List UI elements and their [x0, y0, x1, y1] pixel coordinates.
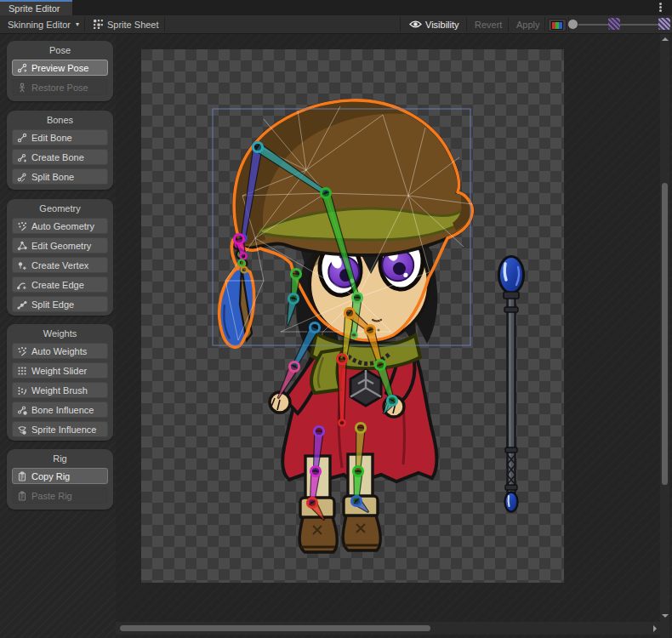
- auto-weights-icon: [17, 346, 27, 356]
- hat-brim-bone-joint[interactable]: [253, 142, 262, 151]
- scroll-right-arrow[interactable]: [653, 625, 657, 632]
- foot-r-bone-joint[interactable]: [351, 496, 361, 505]
- head-bone-joint[interactable]: [321, 188, 330, 197]
- apply-button[interactable]: Apply: [510, 15, 546, 33]
- thigh-l-bone-joint[interactable]: [314, 426, 323, 436]
- mesh-opacity-icon[interactable]: [658, 18, 670, 30]
- split-edge-button[interactable]: Split Edge: [12, 296, 108, 312]
- edit-geometry-button[interactable]: Edit Geometry: [12, 237, 108, 253]
- ear-bone-upper-joint[interactable]: [291, 269, 300, 278]
- neck-bone-end-joint[interactable]: [350, 332, 356, 338]
- tip-ornament-bone-end-joint[interactable]: [240, 253, 246, 259]
- weight-brush-button[interactable]: Weight Brush: [12, 382, 108, 398]
- auto-weights-button[interactable]: Auto Weights: [12, 343, 108, 359]
- spine-bone-end-joint[interactable]: [339, 419, 345, 425]
- copy-rig-icon: [17, 471, 27, 481]
- shoulder-r-bone-joint[interactable]: [345, 308, 354, 317]
- vertical-scroll-thumb[interactable]: [662, 183, 668, 485]
- rgb-icon: [551, 21, 563, 30]
- bone-color-swatch[interactable]: [548, 19, 567, 31]
- sprite-editor-window: Sprite Editor Skinning Editor ▾ Sprite S…: [0, 0, 672, 638]
- eye-icon: [409, 20, 422, 29]
- shin-r-bone-joint[interactable]: [353, 466, 362, 476]
- shoulder-l-bone-joint[interactable]: [310, 322, 319, 332]
- sprite-sheet-icon: [93, 19, 104, 30]
- create-vertex-icon: [17, 260, 27, 271]
- opacity-slider-knob[interactable]: [567, 19, 578, 30]
- weight-slider-button[interactable]: Weight Slider: [12, 362, 108, 379]
- weights-group-title: Weights: [7, 324, 113, 343]
- rig-group: Rig Copy Rig Paste Rig: [7, 449, 113, 510]
- split-bone-icon: [17, 172, 27, 182]
- toolbar-separator: [508, 17, 509, 31]
- sprite-sheet-button[interactable]: Sprite Sheet: [87, 15, 165, 33]
- skinning-editor-dropdown[interactable]: Skinning Editor ▾: [2, 15, 85, 33]
- bone-joint[interactable]: [242, 267, 248, 273]
- vertical-scrollbar[interactable]: [660, 34, 669, 638]
- spine-bone-joint[interactable]: [337, 354, 346, 363]
- canvas-viewport[interactable]: [116, 34, 672, 638]
- preview-pose-button[interactable]: Preview Pose: [12, 60, 108, 76]
- edit-bone-button[interactable]: Edit Bone: [12, 129, 108, 145]
- revert-button[interactable]: Revert: [469, 15, 508, 33]
- preview-pose-icon: [17, 63, 27, 73]
- tab-bar: Sprite Editor: [0, 0, 672, 15]
- horizontal-scroll-thumb[interactable]: [120, 625, 430, 631]
- toolbar-separator: [466, 17, 467, 31]
- split-edge-icon: [17, 299, 27, 310]
- foot-l-bone-joint[interactable]: [307, 498, 316, 507]
- bone-influence-button[interactable]: Bone Influence: [12, 402, 108, 418]
- chevron-down-icon: ▾: [76, 20, 79, 28]
- sprite-canvas[interactable]: [141, 49, 564, 583]
- edit-bone-icon: [17, 133, 27, 143]
- bones-group-title: Bones: [7, 111, 113, 129]
- tab-sprite-editor[interactable]: Sprite Editor: [0, 0, 72, 15]
- ear-bone-lower-joint[interactable]: [288, 293, 298, 303]
- upper-arm-r-bone-joint[interactable]: [365, 325, 374, 334]
- neck-bone-joint[interactable]: [352, 293, 362, 302]
- bones-group: Bones Edit Bone Create Bone Split Bone: [7, 111, 113, 190]
- thigh-r-bone-joint[interactable]: [356, 423, 365, 432]
- toolbar-separator: [84, 17, 85, 31]
- hand-r-bone-joint[interactable]: [387, 396, 396, 405]
- tip-ornament-bone-joint[interactable]: [234, 234, 243, 243]
- weights-group: Weights Auto Weights Weight Slider Weigh…: [7, 324, 113, 441]
- weight-slider-icon: [17, 366, 27, 376]
- kebab-menu-icon[interactable]: [655, 2, 665, 14]
- geometry-group: Geometry Auto Geometry Edit Geometry Cre…: [7, 199, 113, 316]
- edit-geometry-icon: [17, 241, 27, 251]
- auto-geometry-button[interactable]: Auto Geometry: [12, 218, 108, 234]
- pose-group: Pose Preview Pose Restore Pose: [7, 41, 113, 101]
- visibility-toggle[interactable]: Visibility: [403, 15, 465, 33]
- scroll-up-arrow[interactable]: [662, 37, 669, 41]
- restore-pose-icon: [17, 83, 27, 93]
- pose-group-title: Pose: [7, 41, 113, 60]
- scroll-down-arrow[interactable]: [662, 614, 669, 618]
- auto-geometry-icon: [17, 221, 27, 231]
- arm-l-bone-joint[interactable]: [289, 362, 299, 371]
- toolbar-separator: [164, 17, 165, 31]
- horizontal-scrollbar[interactable]: [116, 622, 660, 635]
- create-bone-icon: [17, 152, 27, 162]
- weight-brush-icon: [17, 385, 27, 396]
- create-vertex-button[interactable]: Create Vertex: [12, 257, 108, 273]
- sprite-opacity-icon[interactable]: [608, 18, 620, 30]
- paste-rig-button[interactable]: Paste Rig: [12, 487, 108, 504]
- copy-rig-button[interactable]: Copy Rig: [12, 468, 108, 484]
- create-edge-button[interactable]: Create Edge: [12, 276, 108, 293]
- split-bone-button[interactable]: Split Bone: [12, 168, 108, 185]
- create-edge-icon: [17, 280, 27, 290]
- rig-group-title: Rig: [7, 449, 113, 468]
- restore-pose-button[interactable]: Restore Pose: [12, 79, 108, 95]
- visibility-label: Visibility: [425, 20, 459, 30]
- create-bone-button[interactable]: Create Bone: [12, 149, 108, 165]
- sprite-influence-button[interactable]: Sprite Influence: [12, 421, 108, 437]
- bone-joint[interactable]: [239, 260, 245, 266]
- toolbar-separator: [400, 17, 401, 31]
- sprite-sheet-label: Sprite Sheet: [107, 20, 159, 30]
- forearm-r-bone-joint[interactable]: [375, 360, 384, 369]
- shin-l-bone-joint[interactable]: [310, 466, 320, 476]
- bone-influence-icon: [17, 405, 27, 415]
- skinning-tool-panel: Pose Preview Pose Restore Pose Bones Edi…: [0, 34, 116, 638]
- opacity-slider-track[interactable]: [575, 24, 667, 26]
